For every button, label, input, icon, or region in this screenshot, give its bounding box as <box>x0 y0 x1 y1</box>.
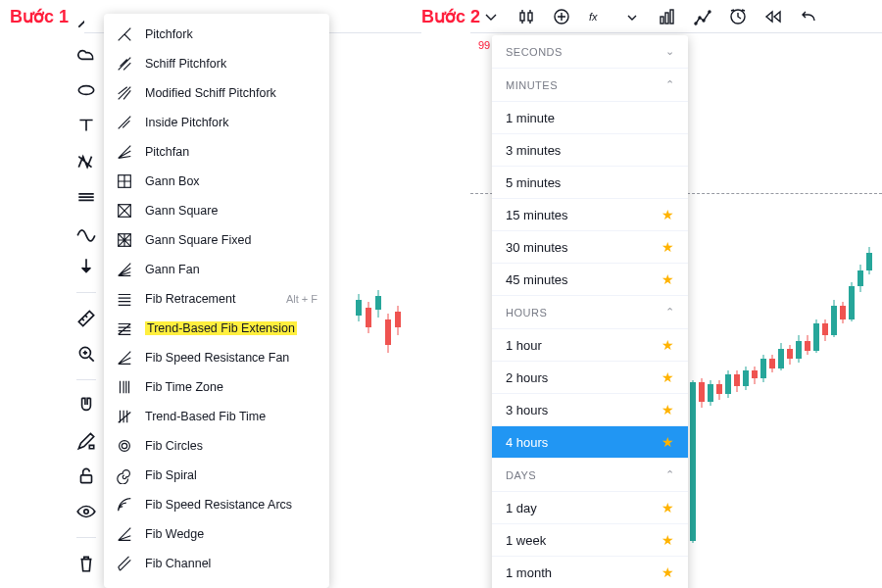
interval-15-minutes[interactable]: 15 minutes★ <box>492 199 688 231</box>
chevron-up-icon: ⌃ <box>665 468 675 481</box>
tool-trend-fib-ext[interactable]: Trend-Based Fib Extension <box>104 314 329 343</box>
tool-label: Gann Fan <box>145 263 200 276</box>
interval-1-hour[interactable]: 1 hour★ <box>492 329 688 362</box>
tool-fib-spiral[interactable]: Fib Spiral <box>104 461 329 490</box>
interval-section-days[interactable]: DAYS⌃ <box>492 459 688 492</box>
tool-pitchfork[interactable]: Pitchfork <box>104 20 329 49</box>
candles-icon[interactable] <box>514 4 539 29</box>
eye-icon[interactable] <box>74 500 98 523</box>
svg-rect-24 <box>665 13 668 24</box>
tool-label: Trend-Based Fib Time <box>145 410 266 423</box>
interval-2-hours[interactable]: 2 hours★ <box>492 362 688 394</box>
fx-icon[interactable]: fx <box>584 4 610 29</box>
star-icon[interactable]: ★ <box>662 500 674 515</box>
tool-gann-square-fixed[interactable]: Gann Square Fixed <box>104 225 329 255</box>
tool-gann-box[interactable]: Gann Box <box>104 167 329 196</box>
inside-pitchfork-icon <box>116 114 133 131</box>
gann-square-fixed-icon <box>116 231 133 249</box>
interval-1-minute[interactable]: 1 minute★ <box>492 102 688 134</box>
interval-label: 45 minutes <box>506 272 568 287</box>
interval-45-minutes[interactable]: 45 minutes★ <box>492 264 688 296</box>
interval-label: 1 month <box>506 565 552 580</box>
tool-mod-schiff-pitchfork[interactable]: Modified Schiff Pitchfork <box>104 78 329 108</box>
interval-label: 3 minutes <box>506 143 561 158</box>
interval-1-day[interactable]: 1 day★ <box>492 492 688 524</box>
step-1-label: Bước 1 <box>10 6 69 27</box>
fib-speed-resist-arcs-icon <box>116 496 133 514</box>
magnet-icon[interactable] <box>74 394 98 417</box>
svg-rect-70 <box>831 306 837 335</box>
tool-gann-square[interactable]: Gann Square <box>104 196 329 225</box>
svg-point-8 <box>120 441 130 452</box>
trash-icon[interactable] <box>74 552 98 575</box>
star-icon[interactable]: ★ <box>662 337 674 353</box>
tool-fib-retracement[interactable]: Fib RetracementAlt + F <box>104 284 329 314</box>
pencil-lock-icon[interactable] <box>74 429 98 453</box>
panel-step-2: fx 99 SECONDS⌄MINUTES⌃1 minute★3 minutes… <box>470 0 882 588</box>
wave-icon[interactable] <box>74 220 98 243</box>
chevron-down-icon[interactable] <box>478 4 504 29</box>
long-position-icon[interactable] <box>74 184 98 208</box>
ruler-icon[interactable] <box>74 307 98 330</box>
fib-retracement-icon <box>116 290 133 308</box>
ellipse-icon[interactable] <box>74 78 98 102</box>
svg-rect-54 <box>760 359 766 378</box>
compare-icon[interactable] <box>549 4 574 29</box>
indicators-icon[interactable] <box>655 4 680 29</box>
star-icon[interactable]: ★ <box>662 564 674 580</box>
arrow-down-icon[interactable] <box>74 255 98 278</box>
tool-label: Fib Speed Resistance Fan <box>145 351 289 365</box>
tool-pitchfan[interactable]: Pitchfan <box>104 137 329 167</box>
star-icon[interactable]: ★ <box>662 369 674 385</box>
interval-4-hours[interactable]: 4 hours★ <box>492 426 688 459</box>
interval-3-minutes[interactable]: 3 minutes★ <box>492 134 688 167</box>
undo-icon[interactable] <box>796 4 821 29</box>
ticker-fragment: 99 <box>478 39 490 51</box>
tool-fib-channel[interactable]: Fib Channel <box>104 549 329 578</box>
cloud-icon[interactable] <box>74 43 98 67</box>
interval-section-minutes[interactable]: MINUTES⌃ <box>492 69 688 102</box>
text-icon[interactable] <box>74 114 98 137</box>
star-icon[interactable]: ★ <box>662 434 674 450</box>
tool-gann-fan[interactable]: Gann Fan <box>104 255 329 284</box>
interval-1-month[interactable]: 1 month★ <box>492 557 688 588</box>
xabcd-icon[interactable] <box>74 149 98 172</box>
svg-rect-18 <box>395 312 401 327</box>
svg-rect-42 <box>708 384 713 402</box>
tool-schiff-pitchfork[interactable]: Schiff Pitchfork <box>104 49 329 78</box>
gann-fan-icon <box>116 261 133 278</box>
interval-section-seconds[interactable]: SECONDS⌄ <box>492 35 688 69</box>
tool-label: Gann Square Fixed <box>145 233 251 247</box>
tool-fib-speed-resist-fan[interactable]: Fib Speed Resistance Fan <box>104 343 329 372</box>
financials-icon[interactable] <box>690 4 715 29</box>
alert-icon[interactable] <box>725 4 751 29</box>
candlestick-chart[interactable] <box>657 176 882 588</box>
tool-fib-circles[interactable]: Fib Circles <box>104 431 329 461</box>
svg-rect-12 <box>366 308 371 327</box>
star-icon[interactable]: ★ <box>662 207 674 222</box>
tool-inside-pitchfork[interactable]: Inside Pitchfork <box>104 108 329 137</box>
rewind-icon[interactable] <box>760 4 786 29</box>
tool-fib-time-zone[interactable]: Fib Time Zone <box>104 372 329 402</box>
zoom-in-icon[interactable] <box>74 342 98 366</box>
interval-1-week[interactable]: 1 week★ <box>492 524 688 557</box>
unlock-icon[interactable] <box>74 465 98 488</box>
tool-fib-wedge[interactable]: Fib Wedge <box>104 519 329 549</box>
svg-rect-38 <box>690 382 696 541</box>
tool-fib-speed-resist-arcs[interactable]: Fib Speed Resistance Arcs <box>104 490 329 519</box>
svg-point-3 <box>84 510 88 514</box>
interval-5-minutes[interactable]: 5 minutes★ <box>492 167 688 199</box>
svg-rect-60 <box>787 349 793 359</box>
tool-trend-fib-time[interactable]: Trend-Based Fib Time <box>104 402 329 431</box>
star-icon[interactable]: ★ <box>662 271 674 287</box>
interval-section-hours[interactable]: HOURS⌃ <box>492 296 688 329</box>
tool-label: Inside Pitchfork <box>145 116 228 129</box>
svg-rect-40 <box>699 382 705 402</box>
interval-30-minutes[interactable]: 30 minutes★ <box>492 231 688 264</box>
interval-3-hours[interactable]: 3 hours★ <box>492 394 688 426</box>
star-icon[interactable]: ★ <box>662 532 674 548</box>
top-toolbar-right: fx <box>470 0 882 33</box>
chevron-down-small-icon[interactable] <box>619 4 645 29</box>
star-icon[interactable]: ★ <box>662 239 674 255</box>
star-icon[interactable]: ★ <box>662 402 674 417</box>
